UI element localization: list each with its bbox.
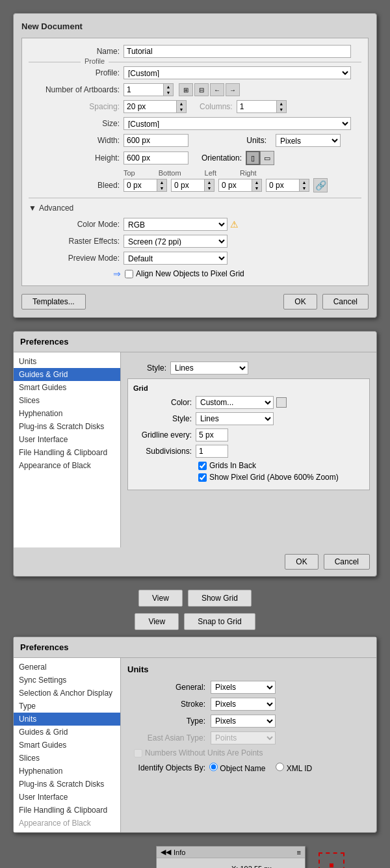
pref2-item-slices[interactable]: Slices <box>14 752 120 765</box>
pref-grid-ok-btn[interactable]: OK <box>285 554 318 570</box>
pref-item-hyphenation[interactable]: Hyphenation <box>14 407 120 420</box>
pref-item-guides-grid[interactable]: Guides & Grid <box>14 368 120 381</box>
bleed-bottom-spinner[interactable]: ▲ ▼ <box>171 179 214 192</box>
columns-value[interactable] <box>237 101 276 112</box>
bleed-left-down[interactable]: ▼ <box>252 185 261 191</box>
spacing-down[interactable]: ▼ <box>177 107 186 112</box>
portrait-btn[interactable]: ▯ <box>246 151 260 165</box>
width-input[interactable] <box>124 134 188 147</box>
pref2-item-file[interactable]: File Handling & Clipboard <box>14 804 120 817</box>
profile-select[interactable]: [Custom] <box>124 66 351 79</box>
numbers-without-units-checkbox[interactable] <box>134 749 142 757</box>
ok-btn[interactable]: OK <box>283 294 317 309</box>
object-name-radio[interactable] <box>209 763 218 771</box>
pref2-item-general[interactable]: General <box>14 661 120 674</box>
pref2-item-smart-guides[interactable]: Smart Guides <box>14 739 120 752</box>
pref2-item-guides-grid[interactable]: Guides & Grid <box>14 726 120 739</box>
snap-to-grid-btn[interactable]: Snap to Grid <box>184 613 255 630</box>
preview-select[interactable]: Default <box>124 252 228 265</box>
advanced-toggle[interactable]: ▼ Advanced <box>29 204 361 213</box>
bleed-right-up[interactable]: ▲ <box>300 179 309 185</box>
pref2-item-units[interactable]: Units <box>14 713 120 726</box>
stroke-units-select[interactable]: Pixels <box>211 698 276 711</box>
bleed-right-down[interactable]: ▼ <box>300 185 309 191</box>
pref2-item-selection[interactable]: Selection & Anchor Display <box>14 687 120 700</box>
xml-id-radio[interactable] <box>276 763 284 771</box>
pref2-item-type[interactable]: Type <box>14 700 120 713</box>
templates-btn[interactable]: Templates... <box>21 294 86 309</box>
pref-grid-cancel-btn[interactable]: Cancel <box>324 554 370 570</box>
columns-spinner[interactable]: ▲ ▼ <box>237 100 287 113</box>
object-name-radio-label[interactable]: Object Name <box>209 763 265 773</box>
size-label: Size: <box>29 119 120 128</box>
bleed-right-spinner[interactable]: ▲ ▼ <box>266 179 309 192</box>
artboard-grid-icon[interactable]: ⊞ <box>179 83 193 96</box>
height-input[interactable] <box>124 151 188 164</box>
bleed-right-value[interactable] <box>266 179 299 191</box>
bleed-top-value[interactable] <box>124 179 157 191</box>
artboards-down[interactable]: ▼ <box>164 90 173 96</box>
pref-item-slices[interactable]: Slices <box>14 394 120 407</box>
pref2-item-hyphenation[interactable]: Hyphenation <box>14 765 120 778</box>
raster-select[interactable]: Screen (72 ppi) <box>124 235 228 248</box>
pref2-item-plugins[interactable]: Plug-ins & Scratch Disks <box>14 778 120 791</box>
bleed-bottom-down[interactable]: ▼ <box>205 185 214 191</box>
bleed-bottom-value[interactable] <box>172 179 204 191</box>
pixel-grid-checkbox[interactable] <box>125 270 133 278</box>
spacing-up[interactable]: ▲ <box>177 101 186 107</box>
size-select[interactable]: [Custom] <box>124 117 351 130</box>
type-units-select[interactable]: Pixels <box>211 715 276 728</box>
show-grid-btn[interactable]: Show Grid <box>188 590 252 607</box>
pref-item-units[interactable]: Units <box>14 355 120 368</box>
pref-item-smart-guides[interactable]: Smart Guides <box>14 381 120 394</box>
grid-color-select[interactable]: Custom... <box>196 396 274 409</box>
bleed-top-spinner[interactable]: ▲ ▼ <box>124 179 167 192</box>
info-arrows-icon: ◀◀ <box>161 848 171 856</box>
artboard-left-icon[interactable]: ← <box>210 83 224 96</box>
bleed-bottom-up[interactable]: ▲ <box>205 179 214 185</box>
units-select[interactable]: Pixels <box>276 134 341 147</box>
pref2-item-sync[interactable]: Sync Settings <box>14 674 120 687</box>
subdivisions-value[interactable] <box>196 445 228 458</box>
spacing-value[interactable] <box>124 101 176 112</box>
grids-in-back-checkbox[interactable] <box>198 462 207 470</box>
artboard-row-icon[interactable]: ⊟ <box>194 83 209 96</box>
pref-item-plugins[interactable]: Plug-ins & Scratch Disks <box>14 420 120 433</box>
info-menu-icon[interactable]: ≡ <box>297 848 301 856</box>
columns-down[interactable]: ▼ <box>277 107 286 112</box>
xml-id-radio-label[interactable]: XML ID <box>276 763 312 773</box>
view-btn-2[interactable]: View <box>135 613 179 630</box>
artboards-up[interactable]: ▲ <box>164 84 173 90</box>
artboard-right-icon[interactable]: → <box>226 83 240 96</box>
bleed-top-up[interactable]: ▲ <box>157 179 166 185</box>
pref-item-file-handling[interactable]: File Handling & Clipboard <box>14 446 120 459</box>
bleed-left-value[interactable] <box>219 179 252 191</box>
bleed-left-spinner[interactable]: ▲ ▼ <box>218 179 262 192</box>
east-asian-select[interactable]: Points <box>211 731 276 744</box>
artboards-spinner[interactable]: ▲ ▼ <box>124 83 174 96</box>
columns-up[interactable]: ▲ <box>277 101 286 107</box>
color-swatch[interactable] <box>276 397 287 408</box>
name-input[interactable] <box>124 45 351 58</box>
spacing-spinner[interactable]: ▲ ▼ <box>124 100 187 113</box>
pref-item-ui[interactable]: User Interface <box>14 433 120 446</box>
show-pixel-grid-checkbox[interactable] <box>198 473 207 482</box>
gridline-value[interactable] <box>196 428 228 441</box>
pref-item-appearance[interactable]: Appearance of Black <box>14 459 120 472</box>
red-dot <box>330 863 333 867</box>
grid-style-select[interactable]: Lines <box>196 412 274 425</box>
bleed-top-down[interactable]: ▼ <box>157 185 166 191</box>
general-units-select[interactable]: Pixels <box>211 681 276 694</box>
bleed-left-up[interactable]: ▲ <box>252 179 261 185</box>
pref2-item-appearance[interactable]: Appearance of Black <box>14 817 120 830</box>
grid-style-label: Style: <box>133 414 192 423</box>
pref2-item-ui[interactable]: User Interface <box>14 791 120 804</box>
artboards-value[interactable] <box>124 84 163 96</box>
artboards-label: Number of Artboards: <box>29 85 120 94</box>
chain-btn[interactable]: 🔗 <box>313 178 328 192</box>
landscape-btn[interactable]: ▭ <box>260 151 274 165</box>
color-mode-select[interactable]: RGB <box>124 218 228 231</box>
guides-style-select[interactable]: Lines <box>170 362 248 375</box>
view-btn-1[interactable]: View <box>138 590 183 607</box>
cancel-btn[interactable]: Cancel <box>322 294 369 309</box>
